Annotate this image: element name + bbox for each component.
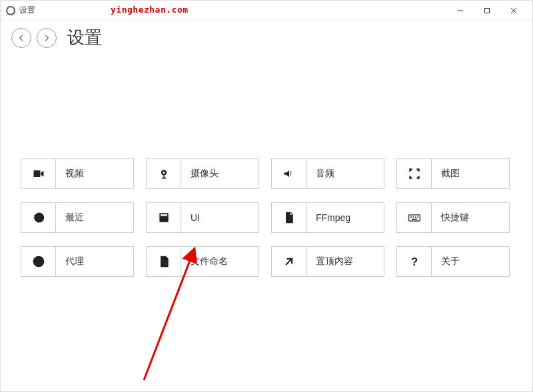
tile-label: 置顶内容 [306, 247, 384, 276]
svg-text:?: ? [410, 256, 417, 268]
tile-label: 关于 [432, 247, 509, 276]
tile-label: 摄像头 [181, 159, 259, 188]
tile-ffmpeg[interactable]: FFmpeg [271, 202, 384, 233]
tile-recent[interactable]: 最近 [21, 202, 134, 233]
page-title: 设置 [67, 26, 102, 49]
back-button[interactable] [11, 28, 31, 48]
app-icon [6, 6, 15, 15]
window-title: 设置 [19, 5, 35, 16]
tile-audio[interactable]: 音频 [271, 158, 384, 189]
tile-label: 最近 [56, 203, 133, 232]
watermark-text: yinghezhan.com [111, 5, 189, 15]
tile-label: 音频 [306, 159, 384, 188]
svg-rect-13 [414, 216, 416, 218]
globe-icon [21, 247, 56, 276]
close-button[interactable] [500, 1, 527, 20]
tile-ui[interactable]: UI [146, 202, 259, 233]
video-icon [21, 159, 56, 188]
tile-label: 快捷键 [432, 203, 509, 232]
tile-filename[interactable]: 文件命名 [146, 246, 259, 277]
nav-row: 设置 [1, 21, 532, 60]
tile-label: 代理 [56, 247, 133, 276]
tile-about[interactable]: ? 关于 [396, 246, 510, 277]
settings-grid: 视频 摄像头 音频 截图 最近 UI FFmpeg [1, 158, 532, 277]
capture-icon [397, 159, 432, 188]
tile-video[interactable]: 视频 [21, 158, 134, 189]
tile-label: UI [181, 203, 259, 232]
svg-rect-14 [417, 216, 418, 218]
keyboard-icon [397, 203, 432, 232]
svg-rect-10 [408, 215, 420, 221]
window-controls [447, 1, 527, 20]
file-icon [147, 247, 181, 276]
svg-rect-11 [410, 216, 412, 218]
tile-label: 截图 [432, 159, 509, 188]
camera-icon [147, 159, 181, 188]
ui-icon [147, 203, 181, 232]
svg-rect-15 [411, 219, 416, 220]
recent-icon [21, 203, 56, 232]
tile-label: 视频 [56, 159, 133, 188]
tile-pin[interactable]: 置顶内容 [271, 246, 384, 277]
pin-icon [272, 247, 306, 276]
tile-camera[interactable]: 摄像头 [146, 158, 259, 189]
tile-capture[interactable]: 截图 [396, 158, 510, 189]
about-icon: ? [397, 247, 432, 276]
ffmpeg-icon [272, 203, 306, 232]
tile-proxy[interactable]: 代理 [21, 246, 134, 277]
svg-rect-12 [412, 216, 414, 218]
svg-rect-1 [485, 8, 490, 13]
svg-rect-9 [161, 214, 167, 216]
tile-label: FFmpeg [306, 203, 384, 232]
svg-point-5 [163, 172, 165, 174]
forward-button[interactable] [37, 28, 57, 48]
tile-hotkeys[interactable]: 快捷键 [396, 202, 510, 233]
tile-label: 文件命名 [181, 247, 259, 276]
minimize-button[interactable] [447, 1, 474, 20]
audio-icon [272, 159, 306, 188]
maximize-button[interactable] [474, 1, 500, 20]
titlebar: 设置 [1, 1, 532, 21]
